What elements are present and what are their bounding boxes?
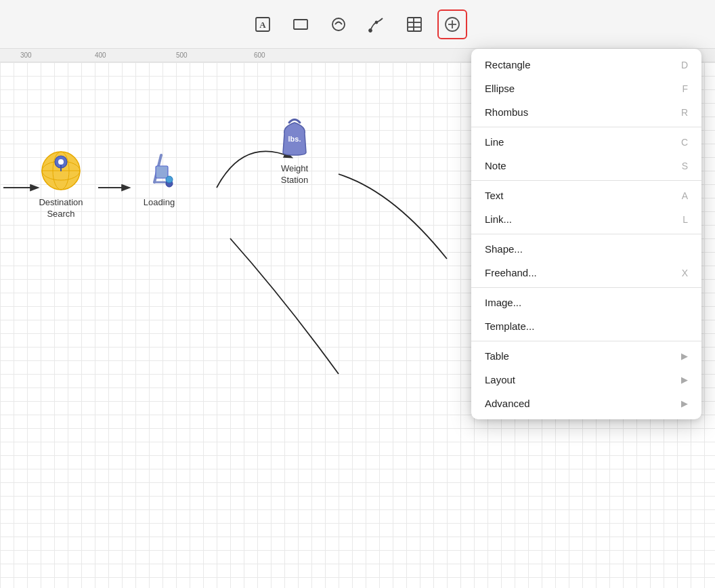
- add-menu: Rectangle D Ellipse F Rhombus R Line C N…: [471, 49, 701, 419]
- layout-submenu-chevron: ▶: [681, 375, 688, 385]
- svg-rect-6: [408, 18, 421, 31]
- menu-item-freehand[interactable]: Freehand... X: [471, 261, 701, 285]
- separator-4: [471, 287, 701, 288]
- menu-item-ellipse-shortcut: F: [682, 83, 688, 94]
- menu-item-advanced[interactable]: Advanced ▶: [471, 392, 701, 415]
- menu-item-text-label: Text: [485, 190, 504, 201]
- menu-item-rhombus[interactable]: Rhombus R: [471, 100, 701, 124]
- menu-item-text-shortcut: A: [682, 190, 688, 201]
- table-tool-button[interactable]: [399, 9, 429, 39]
- svg-point-5: [376, 21, 378, 23]
- ruler-mark-600: 600: [254, 51, 265, 59]
- menu-item-shape-label: Shape...: [485, 243, 523, 255]
- pen-tool-button[interactable]: [362, 9, 391, 39]
- menu-item-image[interactable]: Image...: [471, 291, 701, 314]
- menu-item-advanced-label: Advanced: [485, 398, 530, 409]
- menu-item-note-label: Note: [485, 160, 506, 171]
- ruler-mark-500: 500: [176, 51, 188, 59]
- menu-item-ellipse[interactable]: Ellipse F: [471, 77, 701, 100]
- menu-item-layout-label: Layout: [485, 374, 515, 385]
- rect-tool-button[interactable]: [286, 9, 316, 39]
- svg-rect-2: [294, 20, 307, 29]
- destination-search-icon: [37, 147, 85, 194]
- menu-item-image-label: Image...: [485, 297, 521, 308]
- ruler-mark-300: 300: [20, 51, 32, 59]
- weight-station-node[interactable]: lbs. WeightStation: [271, 113, 318, 186]
- svg-text:lbs.: lbs.: [288, 135, 301, 143]
- menu-item-template-label: Template...: [485, 320, 534, 332]
- destination-search-label: DestinationSearch: [39, 197, 83, 220]
- menu-item-rectangle-shortcut: D: [681, 60, 688, 70]
- menu-item-note[interactable]: Note S: [471, 154, 701, 177]
- destination-search-node[interactable]: DestinationSearch: [37, 147, 85, 220]
- menu-item-line-shortcut: C: [681, 137, 688, 148]
- menu-item-table[interactable]: Table ▶: [471, 344, 701, 368]
- menu-item-freehand-label: Freehand...: [485, 267, 537, 278]
- menu-item-layout[interactable]: Layout ▶: [471, 368, 701, 392]
- menu-item-rectangle[interactable]: Rectangle D: [471, 53, 701, 77]
- menu-item-link-shortcut: L: [682, 214, 688, 225]
- menu-item-link[interactable]: Link... L: [471, 207, 701, 231]
- separator-2: [471, 180, 701, 181]
- loading-node[interactable]: Loading: [135, 147, 183, 209]
- svg-point-3: [332, 18, 345, 30]
- menu-item-rectangle-label: Rectangle: [485, 59, 531, 70]
- menu-item-table-label: Table: [485, 350, 509, 362]
- menu-item-note-shortcut: S: [682, 161, 688, 171]
- weight-station-icon: lbs.: [271, 113, 318, 161]
- add-tool-button[interactable]: [437, 9, 467, 39]
- menu-item-template[interactable]: Template...: [471, 314, 701, 338]
- loading-label: Loading: [144, 197, 175, 209]
- separator-3: [471, 234, 701, 234]
- menu-item-line[interactable]: Line C: [471, 130, 701, 154]
- svg-point-20: [58, 159, 64, 165]
- menu-item-ellipse-label: Ellipse: [485, 83, 515, 94]
- svg-point-4: [369, 29, 372, 32]
- shape-tool-button[interactable]: [324, 9, 353, 39]
- ruler-mark-400: 400: [95, 51, 106, 59]
- loading-icon: [135, 147, 183, 194]
- table-submenu-chevron: ▶: [681, 351, 688, 361]
- menu-item-rhombus-label: Rhombus: [485, 106, 528, 118]
- menu-item-freehand-shortcut: X: [682, 268, 688, 278]
- svg-point-25: [166, 176, 173, 183]
- menu-item-shape[interactable]: Shape...: [471, 237, 701, 261]
- menu-item-link-label: Link...: [485, 213, 512, 225]
- separator-5: [471, 341, 701, 341]
- menu-item-text[interactable]: Text A: [471, 184, 701, 207]
- toolbar: A: [0, 0, 715, 49]
- separator-1: [471, 127, 701, 127]
- svg-rect-24: [156, 166, 168, 178]
- text-tool-button[interactable]: A: [248, 9, 278, 39]
- menu-item-rhombus-shortcut: R: [681, 107, 688, 118]
- menu-item-line-label: Line: [485, 136, 504, 148]
- weight-station-label: WeightStation: [281, 163, 308, 186]
- advanced-submenu-chevron: ▶: [681, 398, 688, 408]
- svg-text:A: A: [259, 20, 266, 30]
